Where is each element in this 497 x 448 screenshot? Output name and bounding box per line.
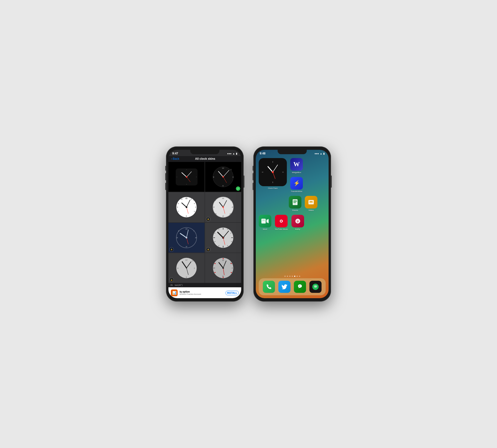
formula-right: tan(45°) [175,284,183,286]
transferwise-icon: ⚡ [290,177,303,190]
ad-install-button[interactable]: INSTALL [225,291,239,295]
svg-point-8 [186,176,187,178]
dock-spotify[interactable] [309,281,322,293]
wifi-icon-2: ▲ [320,152,322,155]
twitter-bird-icon [281,284,287,289]
svg-text:III: III [232,206,233,208]
svg-text:12: 12 [222,259,224,261]
svg-point-88 [223,258,224,259]
svg-rect-121 [261,219,266,224]
svg-marker-122 [266,219,269,223]
lock-badge-5: 🔒 [169,247,174,252]
svg-point-18 [223,176,224,178]
dock-twitter[interactable] [278,281,291,293]
clock-widget-face [259,159,286,185]
clock-face-roman-light: XII I III IIII VI VIII IX X [212,196,235,219]
svg-text:IX: IX [176,237,178,239]
svg-point-129 [297,221,298,222]
svg-text:1: 1 [231,168,232,171]
transferwise-label: TransferWise [291,190,302,192]
sheets-icon [289,196,301,208]
back-label: Back [173,157,179,160]
wifi-icon-1: ▲ [232,152,235,155]
formula-left: 0b [170,284,173,286]
app-meet[interactable]: Meet [259,215,271,230]
lock-badge-4: 🔒 [206,217,210,221]
clock-widget-container[interactable]: Clock Face [259,158,287,189]
lock-badge-7: 🔒 [169,278,174,282]
clock-widget[interactable] [259,158,287,186]
clock-face-dark-round: 12 1 3 6 9 [212,165,235,188]
meet-svg [261,218,269,224]
app-slides[interactable]: Slides [305,196,317,211]
clock-skin-2[interactable]: 12 1 3 6 9 ✓ [205,162,241,192]
clock-skin-3[interactable]: 12 1 3 6 9 2 4 5 10 8 7 [168,192,205,222]
clock-skin-1[interactable] [168,162,205,192]
evernote-elephant-icon [297,284,303,290]
lock-badge-6: 🔒 [206,247,210,252]
back-button[interactable]: ‹ Back [171,157,179,160]
svg-point-111 [272,171,274,173]
phone-call-icon [266,284,272,290]
dock-phone[interactable] [263,281,275,293]
ad-app-subtitle: $10000 Practice Account [180,293,223,295]
battery-icon-2: ▮ [323,152,325,155]
page-dot-7 [299,276,300,277]
clock-face-detailed: 12 1 2 6 10 [212,256,235,280]
svg-text:2: 2 [232,267,233,269]
clock-skin-4[interactable]: XII I III IIII VI VIII IX X 🔒 [205,192,241,222]
svg-text:12: 12 [185,259,188,261]
svg-point-130 [299,286,300,287]
widgetbox-icon: W [290,158,303,171]
dock [259,278,326,295]
svg-text:8: 8 [178,203,179,204]
app-sheets[interactable]: Sheets [289,196,301,211]
svg-point-93 [215,263,216,264]
svg-point-4 [177,177,177,177]
svg-rect-123 [262,220,265,220]
svg-text:I: I [230,200,231,201]
status-icons-2: ●●● ▲ ▮ [314,152,325,155]
meet-label: Meet [263,228,267,230]
phone-2: 9:48 ●●● ▲ ▮ [253,146,331,302]
svg-point-48 [223,207,224,208]
screen-title: All clock skins [195,157,215,160]
status-bar-1: 9:47 ●●● ▲ ▮ [168,150,241,156]
dock-evernote[interactable] [294,281,306,293]
svg-point-131 [312,284,319,290]
nav-bar-1: ‹ Back All clock skins [168,156,241,162]
ytmusic-svg [277,217,285,225]
spotify-logo-icon [312,283,319,290]
svg-text:9: 9 [213,176,214,178]
svg-text:3: 3 [232,176,234,178]
svg-text:XII: XII [185,228,188,230]
ytmusic-icon [275,215,288,227]
authy-icon [291,215,304,227]
twitter-icon [278,281,291,293]
clock-widget-label: Clock Face [268,187,278,189]
phone-1: 9:47 ●●● ▲ ▮ ‹ Back All clock skins [166,146,244,302]
svg-text:10: 10 [213,267,215,269]
clock-skin-5[interactable]: XII I III VI IX X 🔒 [168,223,205,253]
clock-skin-7[interactable]: 12 2 6 8 10 🔒 [168,253,205,283]
svg-text:I: I [194,230,194,232]
svg-point-2 [196,177,197,177]
svg-rect-115 [293,202,296,203]
svg-text:12: 12 [222,167,224,169]
clock-skin-8[interactable]: 12 1 2 6 10 [205,253,241,283]
formula-bar: 0b tan(45°) [168,283,241,287]
slides-icon [305,196,317,208]
svg-text:3: 3 [195,206,196,208]
app-widgetbox[interactable]: W WidgetBox [290,158,303,174]
svg-text:1: 1 [193,199,194,201]
app-transferwise[interactable]: ⚡ TransferWise [290,177,303,192]
svg-point-90 [231,272,232,273]
clock-skin-6[interactable]: 🔒 [205,223,241,253]
svg-text:4: 4 [194,203,195,204]
app-youtube-music[interactable]: YouTube Music [275,215,288,230]
page-dot-2 [287,276,288,277]
clock-face-dark-rect [174,167,199,187]
spotify-icon [309,281,322,293]
app-authy[interactable]: Authy [291,215,304,230]
svg-point-127 [281,220,282,222]
